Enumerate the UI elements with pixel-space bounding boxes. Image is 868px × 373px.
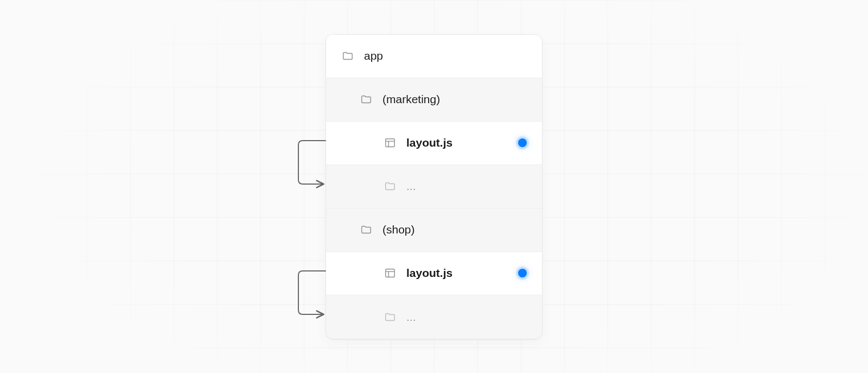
folder-icon	[384, 311, 397, 324]
layout-icon	[384, 267, 397, 280]
diagram-stage: app (marketing) layout.js	[0, 0, 868, 373]
svg-rect-3	[386, 269, 395, 277]
svg-rect-0	[386, 139, 395, 147]
tree-row-group-marketing: (marketing)	[326, 78, 542, 122]
tree-row-label: layout.js	[406, 136, 452, 149]
tree-row-label: (marketing)	[382, 93, 440, 106]
folder-icon	[360, 223, 373, 236]
active-indicator-dot	[518, 269, 527, 277]
folder-icon	[360, 93, 373, 106]
tree-row-layout-shop: layout.js	[326, 252, 542, 295]
folder-icon	[384, 180, 397, 193]
tree-row-app: app	[326, 35, 542, 78]
tree-row-label: app	[364, 49, 383, 62]
file-tree-card: app (marketing) layout.js	[326, 34, 542, 339]
folder-icon	[341, 49, 354, 62]
tree-row-children-marketing: ...	[326, 165, 542, 208]
tree-row-layout-marketing: layout.js	[326, 122, 542, 165]
tree-row-label: layout.js	[406, 267, 452, 280]
tree-row-children-shop: ...	[326, 295, 542, 339]
tree-row-group-shop: (shop)	[326, 208, 542, 252]
tree-row-label: ...	[406, 311, 416, 324]
layout-icon	[384, 136, 397, 149]
tree-row-label: (shop)	[382, 223, 415, 236]
active-indicator-dot	[518, 138, 527, 147]
tree-row-label: ...	[406, 180, 416, 193]
